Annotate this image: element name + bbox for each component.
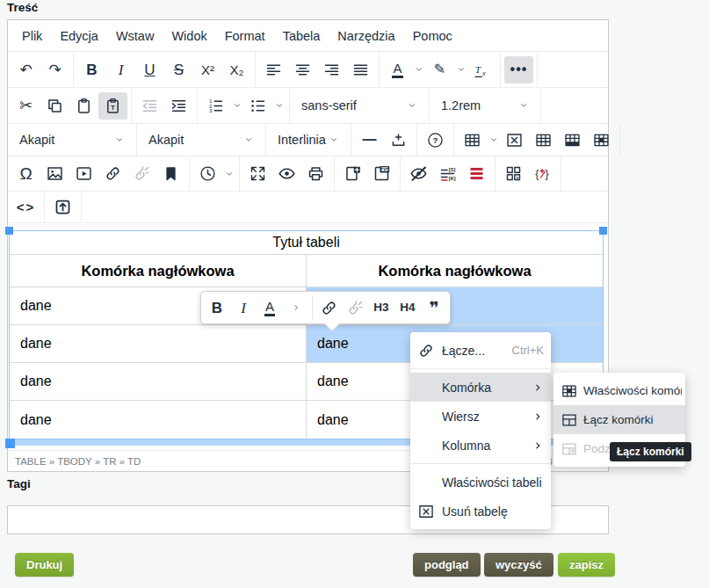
- bold-button[interactable]: B: [77, 56, 106, 83]
- redo-button[interactable]: ↷: [40, 56, 69, 83]
- align-left-button[interactable]: [259, 56, 288, 83]
- insert-datetime-button[interactable]: [193, 160, 222, 187]
- print-button[interactable]: [301, 160, 330, 187]
- qb-text-color-button[interactable]: A: [257, 294, 283, 321]
- menubar-item-edycja[interactable]: Edycja: [51, 25, 107, 47]
- more-options-button[interactable]: •••: [504, 56, 533, 83]
- align-justify-button[interactable]: [346, 56, 375, 83]
- menubar-item-tabela[interactable]: Tabela: [274, 25, 329, 47]
- qb-unlink-button[interactable]: [342, 294, 368, 321]
- submenu-cell-properties[interactable]: Właściwości komórki: [553, 376, 685, 405]
- delete-table-button[interactable]: [500, 127, 529, 154]
- remove-link-button[interactable]: [127, 160, 156, 187]
- highlight-color-button[interactable]: ✎: [425, 56, 454, 83]
- source-keywords-button[interactable]: [S][K]: [433, 160, 462, 187]
- insert-image-button[interactable]: [40, 160, 69, 187]
- qb-blockquote-button[interactable]: ❞: [421, 294, 447, 321]
- menubar-item-wstaw[interactable]: Wstaw: [107, 25, 163, 47]
- menu-link[interactable]: Łącze...Ctrl+K: [410, 336, 551, 365]
- qb-link-button[interactable]: [315, 294, 342, 321]
- align-right-button[interactable]: [317, 56, 346, 83]
- indent-button[interactable]: [164, 92, 193, 120]
- help-button[interactable]: ?: [421, 127, 450, 154]
- superscript-button[interactable]: X²: [193, 56, 222, 83]
- menubar-item-plik[interactable]: Plik: [13, 25, 51, 47]
- clear-formatting-button[interactable]: Tx: [467, 56, 496, 83]
- menubar-item-format[interactable]: Format: [216, 25, 274, 47]
- text-color-button[interactable]: A: [383, 56, 412, 83]
- special-character-button[interactable]: Ω: [11, 160, 40, 187]
- preview-button[interactable]: [272, 160, 301, 187]
- insert-media-button[interactable]: [69, 160, 98, 187]
- table-resize-handle-bottom-left[interactable]: [5, 439, 15, 448]
- paragraph-style-select[interactable]: Akapit: [141, 127, 262, 154]
- print-button[interactable]: Drukuj: [15, 553, 74, 577]
- menubar-item-widok[interactable]: Widok: [163, 25, 215, 47]
- table-header-cell[interactable]: Komórka nagłówkowa: [307, 255, 603, 287]
- block-format-select[interactable]: Akapit: [11, 127, 133, 154]
- source-code-button[interactable]: <>: [11, 193, 40, 221]
- strikethrough-button[interactable]: S: [164, 56, 193, 83]
- table-cell-properties-button[interactable]: [587, 127, 616, 154]
- font-family-select[interactable]: sans-serif: [293, 92, 425, 120]
- paste-button[interactable]: [69, 92, 98, 120]
- insert-table-button[interactable]: [458, 127, 487, 154]
- table-resize-handle-top-left[interactable]: [5, 227, 13, 235]
- outdent-button[interactable]: [135, 92, 164, 120]
- table-header-cell[interactable]: Komórka nagłówkowa: [10, 255, 307, 287]
- table-cell[interactable]: dane: [10, 325, 307, 363]
- text-color-menu-button[interactable]: [412, 56, 425, 83]
- clear-button[interactable]: wyczyść: [484, 553, 553, 577]
- copy-button[interactable]: [40, 92, 69, 120]
- italic-button[interactable]: I: [106, 56, 135, 83]
- table-cell[interactable]: dane: [10, 363, 307, 401]
- cut-button[interactable]: ✂: [11, 92, 40, 120]
- horizontal-rule-button[interactable]: —: [355, 127, 384, 154]
- snippet-blocks-button[interactable]: [499, 160, 528, 187]
- qb-italic-button[interactable]: I: [230, 294, 257, 321]
- qb-more-button[interactable]: [283, 294, 309, 321]
- submenu-merge-cells[interactable]: Łącz komórki: [553, 405, 685, 434]
- table-cell[interactable]: dane: [10, 401, 307, 439]
- bullet-list-button[interactable]: [243, 92, 272, 120]
- line-height-select[interactable]: Interlinia: [270, 127, 347, 154]
- numbered-list-button[interactable]: 123: [201, 92, 230, 120]
- insert-datetime-menu-button[interactable]: [222, 160, 235, 187]
- menu-row[interactable]: Wiersz: [410, 402, 551, 431]
- menu-column[interactable]: Kolumna: [410, 431, 551, 460]
- menu-cell[interactable]: Komórka: [410, 373, 551, 402]
- highlight-color-menu-button[interactable]: [454, 56, 467, 83]
- qb-bold-button[interactable]: B: [204, 294, 230, 321]
- preview-button[interactable]: podgląd: [413, 553, 481, 577]
- numbered-list-menu-button[interactable]: [230, 92, 243, 120]
- font-size-select[interactable]: 1.2rem: [433, 92, 537, 120]
- menubar-item-pomoc[interactable]: Pomoc: [404, 25, 461, 47]
- undo-button[interactable]: ↶: [11, 56, 40, 83]
- hide-invisibles-button[interactable]: [404, 160, 433, 187]
- qb-h4-button[interactable]: H4: [394, 294, 421, 321]
- insert-link-button[interactable]: [98, 160, 127, 187]
- insert-table-menu-button[interactable]: [487, 127, 500, 154]
- code-sample-button[interactable]: {}: [528, 160, 557, 187]
- table-resize-handle-top-right[interactable]: [599, 227, 607, 235]
- menubar-item-narzedzia[interactable]: Narzędzia: [329, 25, 403, 47]
- paste-as-text-button[interactable]: T: [98, 92, 127, 120]
- fullscreen-button[interactable]: [243, 160, 272, 187]
- table-caption[interactable]: Tytuł tabeli: [10, 231, 603, 255]
- bullet-list-menu-button[interactable]: [272, 92, 286, 120]
- save-button[interactable]: zapisz: [558, 553, 615, 577]
- element-path[interactable]: TABLE » TBODY » TR » TD: [15, 456, 141, 467]
- underline-button[interactable]: U: [135, 56, 164, 83]
- table-properties-button[interactable]: [529, 127, 558, 154]
- table-row-properties-button[interactable]: [558, 127, 587, 154]
- subscript-button[interactable]: X₂: [222, 56, 251, 83]
- align-center-button[interactable]: [288, 56, 317, 83]
- anchor-button[interactable]: [156, 160, 185, 187]
- menu-table-properties[interactable]: Właściwości tabeli: [410, 468, 551, 497]
- qb-h3-button[interactable]: H3: [368, 294, 394, 321]
- nonbreaking-space-button[interactable]: [384, 127, 413, 154]
- red-bars-button[interactable]: [462, 160, 491, 187]
- menu-delete-table[interactable]: Usuń tabelę: [410, 497, 551, 526]
- export-button[interactable]: [48, 193, 77, 221]
- insert-text-template-button[interactable]: TXT: [367, 160, 396, 187]
